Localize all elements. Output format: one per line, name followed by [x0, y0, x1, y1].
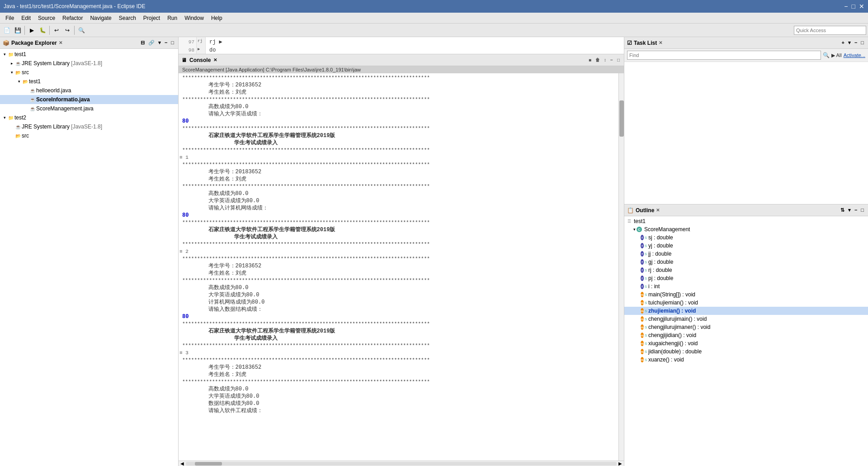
menu-item-file[interactable]: File	[2, 14, 18, 22]
outline-filter-btn[interactable]: ▾	[847, 207, 852, 213]
outline-item-8[interactable]: fSi : int	[624, 282, 868, 290]
outline-item-16[interactable]: mSjidian(double) : double	[624, 347, 868, 356]
task-maximize-btn[interactable]: □	[859, 40, 865, 46]
tree-arrow-2[interactable]: ▾	[9, 70, 14, 75]
tree-arrow-1[interactable]: ▸	[9, 61, 14, 66]
task-all-label[interactable]: ▶ All	[831, 52, 842, 58]
outline-icon-method-14: mS	[641, 332, 647, 338]
outline-label-3: yj : double	[648, 243, 673, 249]
quick-access-input[interactable]	[794, 26, 866, 35]
tree-label-8: JRE System Library [JavaSE-1.8]	[22, 124, 102, 130]
console-tab-label: Console	[189, 57, 211, 63]
tree-item-8[interactable]: ☕JRE System Library [JavaSE-1.8]	[0, 122, 178, 131]
field-circle-icon: f	[641, 259, 644, 265]
outline-item-2[interactable]: fSsj : double	[624, 233, 868, 242]
outline-item-13[interactable]: mSchengjilurujimaner() : void	[624, 323, 868, 331]
toolbar-new[interactable]: 📄	[2, 25, 12, 35]
tree-item-7[interactable]: ▾📁test2	[0, 113, 178, 122]
menu-item-search[interactable]: Search	[115, 14, 140, 22]
tree-label-1: JRE System Library [JavaSE-1.8]	[22, 60, 102, 67]
menu-item-source[interactable]: Source	[34, 14, 59, 22]
console-minimize-btn[interactable]: −	[609, 57, 614, 62]
outline-label-17: xuanze() : void	[648, 357, 684, 363]
outline-item-6[interactable]: fSrj : double	[624, 266, 868, 274]
outline-sort-btn[interactable]: ⇅	[839, 207, 846, 213]
maximize-panel-button[interactable]: □	[170, 40, 175, 46]
tree-item-2[interactable]: ▾📂src	[0, 68, 178, 77]
console-line-41: 考生姓名：刘虎	[179, 371, 624, 378]
outline-item-9[interactable]: mSmain(String[]) : void	[624, 290, 868, 299]
hscroll-right[interactable]: ▶	[618, 461, 622, 466]
task-activate-label[interactable]: Activate...	[844, 52, 865, 58]
field-circle-icon: f	[641, 251, 644, 257]
menu-item-project[interactable]: Project	[140, 14, 164, 22]
code-content[interactable]: rj ▶ do pj	[206, 37, 226, 54]
console-maximize-btn[interactable]: □	[616, 57, 621, 62]
outline-close-icon[interactable]: ✕	[656, 208, 660, 213]
menu-item-run[interactable]: Run	[164, 14, 181, 22]
console-content[interactable]: ****************************************…	[179, 73, 624, 461]
outline-item-10[interactable]: mStuichujiemian() : void	[624, 299, 868, 307]
minimize-button[interactable]: −	[844, 3, 848, 10]
task-minimize-btn[interactable]: −	[853, 40, 859, 46]
toolbar-redo[interactable]: ↪	[62, 25, 72, 35]
outline-item-3[interactable]: fSyj : double	[624, 242, 868, 250]
tree-item-0[interactable]: ▾📁test1	[0, 50, 178, 59]
console-close-icon[interactable]: ✕	[213, 57, 217, 62]
package-explorer-close-icon[interactable]: ✕	[59, 40, 62, 45]
task-filter-btn[interactable]: ▾	[847, 40, 852, 46]
tree-item-3[interactable]: ▾📂test1	[0, 77, 178, 86]
outline-icon-method-12: mS	[641, 316, 647, 322]
menu-item-refactor[interactable]: Refactor	[59, 14, 86, 22]
toolbar-save[interactable]: 💾	[13, 25, 23, 35]
toolbar-undo[interactable]: ↩	[52, 25, 61, 35]
console-line-25: ****************************************…	[179, 255, 624, 262]
outline-item-12[interactable]: mSchengjilurujimain() : void	[624, 315, 868, 323]
menu-item-edit[interactable]: Edit	[18, 14, 34, 22]
method-circle-icon: m	[641, 292, 644, 297]
tree-arrow-3[interactable]: ▾	[16, 79, 22, 84]
tree-item-4[interactable]: ☕helloeorld.java	[0, 86, 178, 95]
tree-arrow-7[interactable]: ▾	[2, 115, 7, 120]
outline-minimize-btn[interactable]: −	[853, 207, 859, 213]
outline-item-1[interactable]: ▾CScoreManagement	[624, 225, 868, 233]
minimize-panel-button[interactable]: −	[163, 40, 169, 46]
outline-item-11[interactable]: mSzhujiemian() : void	[624, 307, 868, 315]
outline-maximize-btn[interactable]: □	[859, 207, 865, 213]
console-line-40: 考生学号：20183652	[179, 364, 624, 371]
outline-icon-method-9: mS	[641, 291, 647, 298]
outline-item-17[interactable]: mSxuanze() : void	[624, 356, 868, 364]
tree-item-6[interactable]: ☕ScoreManagement.java	[0, 104, 178, 113]
maximize-button[interactable]: □	[852, 3, 855, 10]
console-stop-btn[interactable]: ■	[587, 57, 593, 62]
console-hscrollbar[interactable]: ◀ ▶	[179, 461, 624, 466]
outline-item-0[interactable]: ☰test1	[624, 217, 868, 225]
task-add-btn[interactable]: +	[840, 40, 845, 46]
link-editor-button[interactable]: 🔗	[147, 40, 156, 46]
outline-item-7[interactable]: fSpj : double	[624, 274, 868, 282]
toolbar-run[interactable]: ▶	[27, 25, 37, 35]
tree-arrow-0[interactable]: ▾	[2, 52, 7, 57]
tree-item-5[interactable]: ☕ScoreInformatio.java	[0, 95, 178, 104]
hscroll-left[interactable]: ◀	[180, 461, 184, 466]
console-clear-btn[interactable]: 🗑	[594, 57, 601, 62]
menu-item-window[interactable]: Window	[181, 14, 208, 22]
task-search-input[interactable]	[627, 51, 821, 60]
toolbar-search[interactable]: 🔍	[76, 25, 86, 35]
view-menu-button[interactable]: ▾	[157, 40, 162, 46]
collapse-all-button[interactable]: ⊟	[139, 40, 146, 46]
menu-item-navigate[interactable]: Navigate	[86, 14, 115, 22]
console-scrollbar[interactable]	[618, 73, 624, 461]
console-scroll-btn[interactable]: ↕	[603, 57, 608, 62]
tree-item-9[interactable]: 📂src	[0, 131, 178, 140]
task-list-close-icon[interactable]: ✕	[659, 40, 662, 45]
outline-item-14[interactable]: mSchengjijidian() : void	[624, 331, 868, 339]
tree-item-1[interactable]: ▸☕JRE System Library [JavaSE-1.8]	[0, 59, 178, 68]
close-button[interactable]: ✕	[859, 3, 864, 10]
tree-icon-jre: ☕	[14, 123, 22, 130]
outline-item-5[interactable]: fSgj : double	[624, 258, 868, 266]
toolbar-debug[interactable]: 🐛	[38, 25, 47, 35]
menu-item-help[interactable]: Help	[208, 14, 226, 22]
outline-item-4[interactable]: fSjj : double	[624, 250, 868, 258]
outline-item-15[interactable]: mSxiugaichengji() : void	[624, 339, 868, 347]
